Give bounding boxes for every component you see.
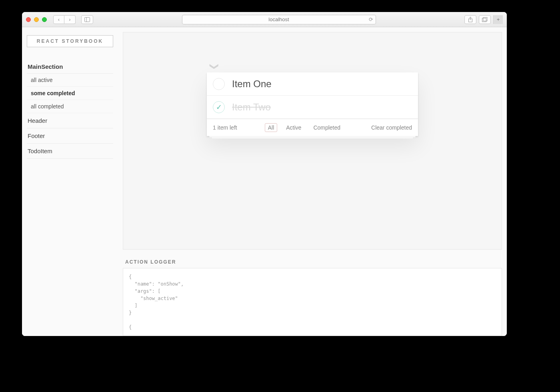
story-label: some completed <box>31 90 75 96</box>
todo-checkbox[interactable]: ✓ <box>213 101 225 113</box>
close-window-button[interactable] <box>26 17 31 22</box>
todo-footer: 1 item left All Active Completed Clear c… <box>207 119 418 136</box>
todo-item[interactable]: Item One <box>207 72 418 96</box>
story-some-completed[interactable]: some completed <box>27 87 113 100</box>
minimize-window-button[interactable] <box>34 17 39 22</box>
chevron-right-icon: › <box>69 16 70 22</box>
section-label: MainSection <box>28 63 63 70</box>
action-logger-title: ACTION LOGGER <box>118 254 507 268</box>
svg-rect-5 <box>483 17 487 21</box>
maximize-window-button[interactable] <box>42 17 47 22</box>
todo-list: Item One ✓ Item Two <box>207 72 418 119</box>
story-label: all completed <box>31 103 64 110</box>
group-label: Header <box>28 117 47 124</box>
section-header[interactable]: Header <box>27 113 113 128</box>
browser-window: ‹ › localhost ⟳ + <box>22 12 507 336</box>
svg-rect-0 <box>85 17 90 22</box>
page-body: REACT STORYBOOK MainSection all active s… <box>22 27 507 336</box>
plus-icon: + <box>497 16 500 22</box>
share-button[interactable] <box>464 15 476 24</box>
toggle-all-button[interactable]: ❯ <box>211 61 218 72</box>
chevron-left-icon: ‹ <box>58 16 60 22</box>
filter-active[interactable]: Active <box>283 123 304 132</box>
tabs-icon <box>482 17 488 22</box>
window-controls <box>26 17 47 22</box>
sidebar-toggle-button[interactable] <box>81 15 93 24</box>
chevron-down-icon: ❯ <box>209 63 220 70</box>
todo-count: 1 item left <box>213 124 237 131</box>
todo-filters: All Active Completed <box>265 123 344 132</box>
brand-label: REACT STORYBOOK <box>37 38 103 44</box>
reload-button[interactable]: ⟳ <box>369 16 373 22</box>
filter-all[interactable]: All <box>265 123 278 132</box>
todo-label: Item One <box>232 78 272 90</box>
brand-button[interactable]: REACT STORYBOOK <box>27 35 113 47</box>
section-mainsection[interactable]: MainSection <box>27 60 113 74</box>
address-bar[interactable]: localhost ⟳ <box>182 15 376 24</box>
share-icon <box>468 17 473 22</box>
tabs-button[interactable] <box>479 15 491 24</box>
story-all-active[interactable]: all active <box>27 74 113 87</box>
group-label: Footer <box>28 132 45 139</box>
sidebar-icon <box>84 17 90 22</box>
preview-canvas: ❯ Item One ✓ Item Two <box>123 32 502 250</box>
section-todoitem[interactable]: TodoItem <box>27 144 113 159</box>
card-stack-decoration <box>207 136 418 138</box>
todo-checkbox[interactable] <box>213 78 225 90</box>
filter-completed[interactable]: Completed <box>310 123 344 132</box>
nav-buttons: ‹ › <box>53 15 76 24</box>
new-tab-button[interactable]: + <box>493 15 503 24</box>
section-footer[interactable]: Footer <box>27 128 113 144</box>
back-button[interactable]: ‹ <box>53 15 64 24</box>
check-icon: ✓ <box>216 103 222 112</box>
browser-titlebar: ‹ › localhost ⟳ + <box>22 12 507 27</box>
story-label: all active <box>31 77 52 83</box>
svg-rect-4 <box>482 18 486 22</box>
todo-item[interactable]: ✓ Item Two <box>207 96 418 119</box>
todo-app: ❯ Item One ✓ Item Two <box>207 72 418 136</box>
address-text: localhost <box>268 16 289 22</box>
group-label: TodoItem <box>28 148 52 154</box>
forward-button[interactable]: › <box>64 15 76 24</box>
clear-completed-button[interactable]: Clear completed <box>371 124 412 131</box>
action-logger-panel[interactable]: { "name": "onShow", "args": [ "show_acti… <box>123 268 502 336</box>
main-area: ❯ Item One ✓ Item Two <box>118 27 507 336</box>
todo-label: Item Two <box>232 102 271 113</box>
story-all-completed[interactable]: all completed <box>27 100 113 113</box>
storybook-sidebar: REACT STORYBOOK MainSection all active s… <box>22 27 118 336</box>
